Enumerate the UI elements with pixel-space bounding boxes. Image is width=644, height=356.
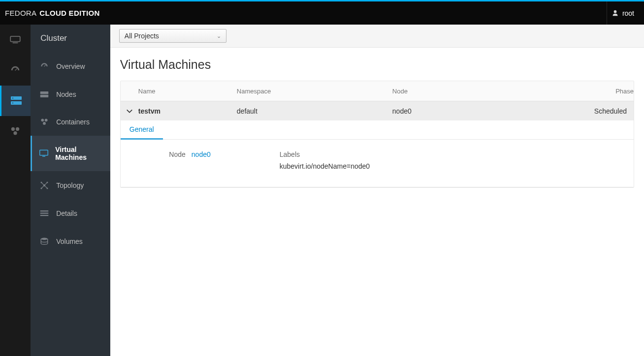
tab-general[interactable]: General: [121, 120, 163, 140]
svg-point-7: [16, 127, 19, 131]
cell-name: testvm: [138, 107, 237, 115]
sidebar-item-label: Topology: [56, 181, 84, 189]
user-menu[interactable]: root: [607, 1, 639, 25]
topbar: FEDORA CLOUD EDITION root: [0, 1, 644, 25]
svg-point-24: [41, 238, 48, 240]
cell-namespace: default: [237, 107, 392, 115]
detail-labels-label: Labels: [280, 150, 370, 158]
detail-node-link[interactable]: node0: [192, 150, 211, 158]
sidebar-item-label: Virtual Machines: [55, 146, 101, 161]
svg-rect-0: [10, 36, 20, 42]
cubes-icon: [39, 118, 49, 126]
brand-thin: FEDORA: [5, 9, 36, 17]
col-node: Node: [392, 88, 594, 95]
tachometer-icon: [39, 62, 49, 71]
detail-node-label: Node: [165, 150, 186, 158]
page-title: Virtual Machines: [120, 58, 634, 72]
rail-item-cluster[interactable]: [0, 86, 31, 116]
sidebar-item-label: Containers: [56, 118, 90, 126]
user-name: root: [622, 9, 634, 17]
sidebar-item-topology[interactable]: Topology: [31, 171, 110, 200]
server-icon: [39, 91, 49, 98]
rail-item-dashboard[interactable]: [0, 55, 31, 86]
svg-rect-14: [40, 150, 48, 155]
sidebar-item-virtual-machines[interactable]: Virtual Machines: [31, 136, 110, 171]
sidebar-item-details[interactable]: Details: [31, 200, 110, 227]
table-row[interactable]: testvm default node0 Scheduled: [121, 101, 634, 120]
detail-tabs: General: [121, 120, 634, 140]
brand: FEDORA CLOUD EDITION: [5, 9, 100, 17]
svg-point-12: [45, 119, 48, 121]
svg-rect-9: [40, 91, 49, 94]
svg-point-5: [12, 103, 13, 104]
svg-rect-22: [40, 213, 49, 214]
sidebar-item-label: Overview: [56, 62, 85, 70]
dropdown-label: All Projects: [125, 32, 159, 40]
col-namespace: Namespace: [237, 88, 392, 95]
brand-bold: CLOUD EDITION: [39, 9, 99, 17]
detail-panel: Node node0 Labels kubevirt.io/nodeName=n…: [121, 140, 634, 187]
database-icon: [39, 237, 49, 246]
col-name: Name: [138, 88, 237, 95]
col-phase: Phase: [594, 88, 634, 95]
svg-point-6: [11, 127, 15, 131]
rail-item-registry[interactable]: [0, 116, 31, 147]
svg-point-8: [13, 131, 17, 135]
sidebar-item-label: Nodes: [56, 90, 76, 98]
sidebar-item-label: Volumes: [56, 237, 83, 245]
chevron-down-icon: ⌄: [217, 33, 221, 39]
svg-rect-10: [40, 95, 49, 97]
svg-rect-1: [13, 42, 18, 43]
list-icon: [39, 210, 49, 217]
sidebar-item-nodes[interactable]: Nodes: [31, 81, 110, 108]
svg-rect-15: [42, 156, 45, 157]
user-icon: [612, 10, 618, 16]
topology-icon: [39, 181, 49, 190]
sidebar-item-volumes[interactable]: Volumes: [31, 227, 110, 256]
sidebar: Cluster Overview Nodes Containers Virtua…: [31, 25, 110, 356]
cell-node: node0: [392, 107, 594, 115]
svg-point-4: [12, 98, 13, 99]
project-dropdown[interactable]: All Projects ⌄: [119, 29, 226, 43]
sidebar-item-label: Details: [56, 209, 77, 217]
cell-phase: Scheduled: [594, 107, 634, 115]
screen-icon: [39, 149, 48, 157]
table-header: Name Namespace Node Phase: [121, 81, 634, 101]
icon-rail: [0, 25, 31, 356]
svg-rect-21: [40, 210, 49, 211]
project-bar: All Projects ⌄: [110, 25, 644, 48]
svg-point-13: [43, 122, 46, 125]
sidebar-item-containers[interactable]: Containers: [31, 108, 110, 136]
chevron-down-icon: [121, 108, 138, 115]
svg-point-11: [41, 119, 44, 121]
rail-item-system[interactable]: [0, 25, 31, 55]
sidebar-title: Cluster: [31, 25, 110, 52]
sidebar-item-overview[interactable]: Overview: [31, 52, 110, 81]
vm-table: Name Namespace Node Phase testvm default…: [120, 81, 634, 188]
svg-rect-23: [40, 215, 49, 216]
content: All Projects ⌄ Virtual Machines Name Nam…: [110, 25, 644, 356]
detail-labels-value: kubevirt.io/nodeName=node0: [280, 162, 370, 170]
